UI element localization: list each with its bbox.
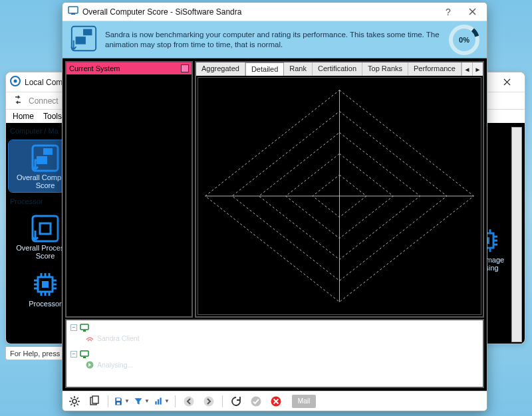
benchmark-titlebar: Overall Computer Score - SiSoftware Sand… bbox=[63, 3, 487, 21]
svg-line-67 bbox=[70, 403, 72, 405]
parent-close-button[interactable] bbox=[493, 73, 521, 92]
app-icon bbox=[10, 76, 21, 88]
benchmark-window-title: Overall Computer Score - SiSoftware Sand… bbox=[82, 7, 241, 17]
nav-back-button[interactable] bbox=[181, 393, 197, 409]
chart-panel: Aggregated Detailed Rank Certification T… bbox=[195, 61, 484, 318]
menu-home[interactable]: Home bbox=[13, 112, 34, 121]
cancel-button[interactable] bbox=[268, 393, 284, 409]
legend-color-swatch bbox=[181, 64, 189, 72]
svg-rect-40 bbox=[71, 13, 75, 15]
tabs-scroll-left[interactable]: ◄ bbox=[462, 62, 472, 76]
banner-message: Sandra is now benchmarking your computer… bbox=[105, 30, 442, 50]
mail-label: Mail bbox=[298, 397, 310, 405]
svg-point-76 bbox=[184, 396, 194, 406]
filter-dropdown[interactable]: ▼ bbox=[134, 393, 150, 409]
tabs-scroll-right[interactable]: ► bbox=[472, 62, 483, 76]
svg-rect-12 bbox=[42, 281, 49, 288]
connect-label[interactable]: Connect bbox=[29, 96, 59, 106]
svg-rect-73 bbox=[155, 401, 156, 405]
benchmark-toolbar: ▼ ▼ ▼ Mail bbox=[63, 391, 487, 411]
svg-rect-7 bbox=[43, 148, 53, 155]
tab-detailed[interactable]: Detailed bbox=[245, 62, 284, 76]
radar-chart bbox=[198, 77, 481, 315]
tree-node-overall-processor-score[interactable]: − Overall Processor Score bbox=[70, 350, 171, 359]
svg-point-77 bbox=[204, 396, 214, 406]
svg-rect-58 bbox=[83, 357, 86, 358]
computer-icon bbox=[69, 24, 98, 55]
tab-aggregated[interactable]: Aggregated bbox=[196, 62, 245, 76]
content-scrollbar[interactable] bbox=[511, 127, 522, 342]
sidebar-item-label: Processor bbox=[29, 300, 62, 308]
menu-tools[interactable]: Tools bbox=[43, 112, 62, 121]
tree-node-engine[interactable]: − Engine bbox=[70, 323, 171, 332]
settings-button[interactable] bbox=[66, 393, 82, 409]
tree-child-label: Sandra Client bbox=[97, 334, 140, 342]
monitor-icon bbox=[80, 323, 89, 332]
svg-rect-70 bbox=[92, 396, 98, 403]
svg-rect-75 bbox=[160, 397, 161, 404]
collapse-icon[interactable]: − bbox=[70, 324, 77, 331]
tree-child-sandra-client: Sandra Client bbox=[85, 334, 171, 343]
tree-child-label: Analysing... bbox=[97, 361, 133, 369]
nav-forward-button[interactable] bbox=[201, 393, 217, 409]
svg-rect-71 bbox=[116, 398, 120, 401]
svg-rect-45 bbox=[76, 37, 86, 44]
collapse-icon[interactable]: − bbox=[70, 351, 77, 358]
svg-rect-74 bbox=[158, 399, 159, 404]
tree-right-label: Local Computer bbox=[198, 324, 249, 332]
status-tree: − Engine Sandra Client − Overall Process… bbox=[65, 319, 484, 388]
info-banner: Sandra is now benchmarking your computer… bbox=[63, 21, 487, 58]
benchmark-body: Current System Aggregated Detailed Rank … bbox=[63, 58, 487, 391]
close-button[interactable] bbox=[460, 3, 484, 21]
tab-rank[interactable]: Rank bbox=[284, 62, 313, 76]
copy-button[interactable] bbox=[86, 393, 102, 409]
tree-node-label: Overall Processor Score bbox=[92, 350, 171, 358]
save-dropdown[interactable]: ▼ bbox=[114, 393, 130, 409]
tree-node-label: Engine bbox=[92, 324, 114, 332]
svg-rect-57 bbox=[80, 351, 88, 356]
benchmark-app-icon bbox=[68, 5, 78, 18]
svg-point-1 bbox=[14, 80, 17, 83]
tree-child-analysing: Analysing... bbox=[85, 360, 171, 369]
svg-rect-10 bbox=[40, 223, 51, 234]
tab-performance[interactable]: Performance bbox=[408, 62, 462, 76]
chart-tabs: Aggregated Detailed Rank Certification T… bbox=[196, 62, 483, 76]
svg-rect-72 bbox=[117, 402, 120, 404]
svg-line-65 bbox=[70, 397, 72, 399]
connect-icon bbox=[13, 94, 23, 107]
svg-rect-44 bbox=[83, 29, 92, 36]
chart-type-dropdown[interactable]: ▼ bbox=[154, 393, 170, 409]
svg-rect-56 bbox=[83, 330, 86, 332]
arrow-right-icon bbox=[85, 360, 94, 369]
mail-button[interactable]: Mail bbox=[292, 395, 316, 408]
tab-certification[interactable]: Certification bbox=[313, 62, 362, 76]
progress-ring: 0% bbox=[448, 24, 480, 56]
tab-top-ranks[interactable]: Top Ranks bbox=[362, 62, 408, 76]
refresh-button[interactable] bbox=[228, 393, 244, 409]
help-button[interactable]: ? bbox=[436, 3, 460, 21]
legend-panel: Current System bbox=[65, 61, 193, 318]
svg-line-66 bbox=[77, 403, 78, 405]
svg-line-68 bbox=[77, 397, 78, 399]
status-dot-icon bbox=[85, 334, 94, 343]
monitor-icon bbox=[80, 350, 89, 359]
legend-title: Current System bbox=[69, 64, 120, 72]
svg-rect-55 bbox=[80, 324, 88, 330]
progress-percent: 0% bbox=[448, 24, 480, 56]
svg-point-60 bbox=[72, 399, 76, 403]
apply-button[interactable] bbox=[248, 393, 264, 409]
benchmark-window: Overall Computer Score - SiSoftware Sand… bbox=[62, 2, 487, 411]
legend-header: Current System bbox=[66, 62, 192, 74]
svg-rect-39 bbox=[68, 7, 78, 13]
